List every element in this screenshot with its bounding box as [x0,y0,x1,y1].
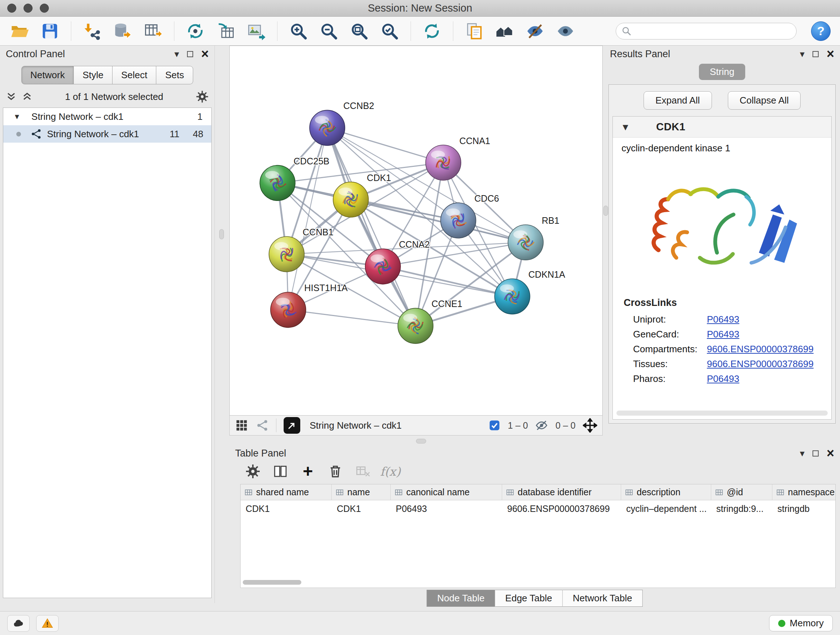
tab-sets[interactable]: Sets [156,66,193,84]
column-header-canonical-name[interactable]: canonical name [391,485,502,500]
function-builder-button[interactable]: f(x) [382,463,399,480]
save-session-button[interactable] [37,19,63,43]
column-header-shared-name[interactable]: shared name [240,485,332,500]
zoom-in-button[interactable] [286,19,311,43]
zoom-out-button[interactable] [316,19,342,43]
cell-shared-name[interactable]: CDK1 [240,504,332,514]
tab-string[interactable]: String [699,64,745,80]
pan-move-icon[interactable] [583,418,597,432]
table-options-button[interactable] [245,463,261,480]
cell-namespace[interactable]: stringdb [772,504,836,514]
tab-style[interactable]: Style [74,66,112,84]
close-panel-button[interactable]: × [827,48,834,60]
refresh-view-button[interactable] [419,19,445,43]
horizontal-scrollbar[interactable] [243,580,833,586]
grid-view-icon[interactable] [235,418,248,432]
help-button[interactable]: ? [811,21,831,41]
collapse-triangle-icon[interactable]: ▼ [13,112,21,121]
crosslink-compartments-link[interactable]: 9606.ENSP00000378699 [707,344,813,355]
network-node-CDC25B[interactable] [260,165,295,201]
cell-name[interactable]: CDK1 [332,504,391,514]
protein-card-header[interactable]: ▼ CDK1 [613,117,831,138]
search-input[interactable] [635,26,791,36]
column-header-namespace[interactable]: namespace [772,485,836,500]
first-neighbors-button[interactable] [492,19,518,43]
close-panel-button[interactable]: × [827,447,834,460]
cell-canonical-name[interactable]: P06493 [391,504,502,514]
cell-id[interactable]: stringdb:9... [711,504,772,514]
zoom-fit-content-button[interactable] [346,19,372,43]
network-canvas[interactable]: CCNB2CCNA1CDC25BCDK1CDC6RB1CCNB1CCNA2CDK… [229,46,603,416]
import-table-from-file-button[interactable] [140,19,166,43]
column-header-name[interactable]: name [332,485,391,500]
search-box[interactable] [616,23,797,40]
expand-all-networks-icon[interactable] [6,91,17,102]
cell-database-identifier[interactable]: 9606.ENSP00000378699 [502,504,621,514]
delete-table-button-disabled[interactable] [355,463,371,480]
column-header-id[interactable]: @id [711,485,772,500]
network-node-RB1[interactable] [508,225,543,260]
network-node-CCNB2[interactable] [309,110,345,146]
network-edge-HIST1H1A-CCNE1[interactable] [288,310,416,326]
splitter-handle[interactable] [603,206,608,216]
collapse-section-icon[interactable]: ▼ [621,122,630,132]
collapse-all-button[interactable]: Collapse All [728,91,801,110]
create-column-button[interactable]: + [300,463,316,480]
panel-menu-icon[interactable]: ▾ [800,448,805,458]
close-panel-button[interactable]: × [201,48,209,60]
zoom-selected-button[interactable] [377,19,403,43]
scrollbar-thumb[interactable] [243,580,302,585]
network-node-CDC6[interactable] [441,203,476,238]
network-share-icon[interactable] [256,419,269,432]
tab-network[interactable]: Network [21,66,74,84]
float-panel-button[interactable] [187,51,193,57]
network-collection-row[interactable]: ▼ String Network – cdk1 1 [3,108,211,125]
tab-node-table[interactable]: Node Table [427,590,495,607]
splitter-handle[interactable] [219,229,224,239]
network-edge-CCNB2-CCNA1[interactable] [327,128,444,163]
network-node-CDK1[interactable] [333,182,369,217]
hidden-eye-icon[interactable] [535,419,548,432]
network-node-CCNA1[interactable] [426,145,461,180]
tab-select[interactable]: Select [112,66,156,84]
window-close-button[interactable] [7,4,16,13]
new-table-button[interactable] [213,19,239,43]
tab-network-table[interactable]: Network Table [562,590,643,607]
network-node-HIST1H1A[interactable] [271,292,306,328]
float-panel-button[interactable] [813,51,819,57]
network-row[interactable]: String Network – cdk1 11 48 [3,125,211,143]
network-node-CCNE1[interactable] [398,308,433,344]
network-edge-CCNB2-CCNE1[interactable] [327,128,416,326]
column-header-database-identifier[interactable]: database identifier [502,485,621,500]
window-zoom-button[interactable] [40,4,49,13]
crosslink-uniprot-link[interactable]: P06493 [707,314,739,325]
panel-menu-icon[interactable]: ▾ [800,49,805,59]
import-network-from-database-button[interactable] [110,19,136,43]
horizontal-scrollbar[interactable] [616,410,828,416]
clone-network-button[interactable] [461,19,487,43]
column-header-description[interactable]: description [621,485,711,500]
network-node-CDKN1A[interactable] [494,279,530,314]
crosslink-tissues-link[interactable]: 9606.ENSP00000378699 [707,358,813,370]
new-network-from-selection-button[interactable] [182,19,208,43]
network-node-CCNB1[interactable] [269,236,304,272]
detach-view-button[interactable] [284,417,300,434]
network-node-CCNA2[interactable] [365,249,401,284]
delete-column-button[interactable] [327,463,344,480]
import-network-from-file-button[interactable] [79,19,105,43]
crosslink-genecard-link[interactable]: P06493 [707,329,739,340]
show-all-button[interactable] [553,19,578,43]
panel-menu-icon[interactable]: ▾ [174,49,179,59]
expand-all-button[interactable]: Expand All [644,91,712,110]
memory-button[interactable]: Memory [769,615,833,631]
open-session-button[interactable] [6,19,33,43]
show-columns-button[interactable] [272,463,289,480]
network-options-gear-icon[interactable] [196,90,209,103]
cell-description[interactable]: cyclin–dependent ... [621,504,711,514]
window-minimize-button[interactable] [24,4,33,13]
network-edge-CCNA2-CDKN1A[interactable] [383,266,512,296]
table-row[interactable]: CDK1 CDK1 P06493 9606.ENSP00000378699 cy… [240,500,836,517]
cloud-status-button[interactable] [7,615,30,632]
hide-selected-button[interactable] [522,19,548,43]
crosslink-pharos-link[interactable]: P06493 [707,373,739,385]
